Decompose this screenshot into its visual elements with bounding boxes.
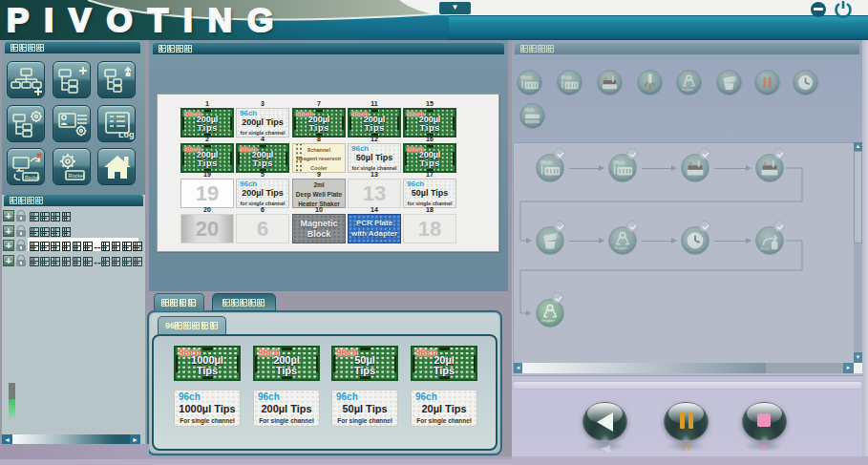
svg-text:Rocket: Rocket [25,175,40,180]
svg-text:96ch: 96ch [524,108,535,113]
svg-text:Rocket: Rocket [69,173,86,179]
svg-text:96ch: 96ch [561,74,571,80]
svg-text:96ch: 96ch [520,74,531,80]
svg-text:Gripper: Gripper [681,88,693,92]
svg-text:Log: Log [118,130,135,139]
